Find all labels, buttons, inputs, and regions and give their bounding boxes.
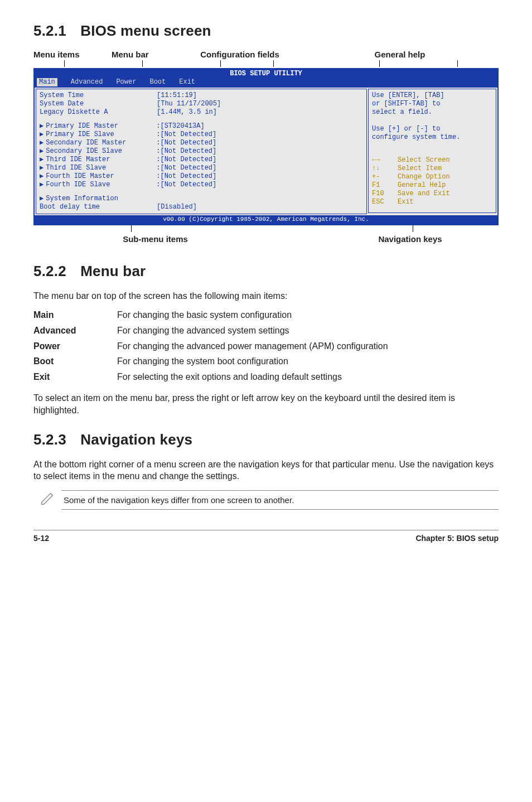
section-title: Navigation keys <box>80 431 192 448</box>
bios-help-line: configure system time. <box>372 133 492 142</box>
submenu-arrow-icon: ▶ <box>40 139 43 147</box>
item-desc: For selecting the exit options and loadi… <box>117 369 388 385</box>
submenu-arrow-icon: ▶ <box>40 164 43 172</box>
submenu-arrow-icon: ▶ <box>40 156 43 164</box>
menubar-after: To select an item on the menu bar, press… <box>33 392 499 416</box>
item-desc: For changing the advanced power manageme… <box>117 339 388 354</box>
item-name: Advanced <box>33 323 117 339</box>
nav-key: F10 <box>372 190 398 198</box>
item-name: Power <box>33 339 117 354</box>
annot-tick-row-top <box>33 60 499 68</box>
bios-tab-advanced[interactable]: Advanced <box>71 78 103 86</box>
bios-footer: v00.00 (C)Copyright 1985-2002, American … <box>35 215 497 224</box>
annot-config-fields: Configuration fields <box>178 50 301 59</box>
pencil-icon <box>33 490 61 509</box>
bios-tab-boot[interactable]: Boot <box>149 78 166 86</box>
bios-ide-row[interactable]: ▶Fourth IDE Master:[Not Detected] <box>40 172 363 181</box>
bios-help-box: Use [ENTER], [TAB]or [SHIFT-TAB] toselec… <box>368 89 496 213</box>
bios-tab-main[interactable]: Main <box>37 78 57 86</box>
table-row: AdvancedFor changing the advanced system… <box>33 323 388 339</box>
section-title: Menu bar <box>80 263 146 279</box>
navkeys-body: At the bottom right corner of a menu scr… <box>33 458 499 482</box>
bios-help-line: or [SHIFT-TAB] to <box>372 100 492 108</box>
bios-nav-row: F1General Help <box>372 181 492 190</box>
bios-row-sysinfo[interactable]: ▶System Information <box>40 195 363 203</box>
bios-title-bar: BIOS SETUP UTILITY <box>35 69 497 78</box>
section-number: 5.2.2 <box>33 263 66 279</box>
nav-desc: Select Screen <box>398 156 450 165</box>
bios-ide-row[interactable]: ▶Primary IDE Master:[ST320413A] <box>40 122 363 131</box>
bios-help-line <box>372 117 492 125</box>
bios-tab-exit[interactable]: Exit <box>179 78 195 86</box>
annot-nav-keys: Navigation keys <box>244 234 499 244</box>
bios-bottom-annotations: Sub-menu items Navigation keys <box>33 234 499 244</box>
table-row: ExitFor selecting the exit options and l… <box>33 369 388 385</box>
bios-nav-row: ESCExit <box>372 198 492 206</box>
nav-desc: Select Item <box>398 165 442 173</box>
bios-help-line: Use [ENTER], [TAB] <box>372 91 492 100</box>
bios-nav-row: ←→Select Screen <box>372 156 492 165</box>
bios-ide-row[interactable]: ▶Fourth IDE Slave:[Not Detected] <box>40 181 363 189</box>
bios-ide-row[interactable]: ▶Third IDE Slave:[Not Detected] <box>40 164 363 172</box>
annot-submenu-items: Sub-menu items <box>33 234 244 244</box>
nav-desc: Change Option <box>398 173 450 181</box>
table-row: BootFor changing the system boot configu… <box>33 354 388 369</box>
nav-desc: General Help <box>398 181 446 190</box>
submenu-arrow-icon: ▶ <box>40 181 43 189</box>
submenu-arrow-icon: ▶ <box>40 122 43 131</box>
item-desc: For changing the system boot configurati… <box>117 354 388 369</box>
heading-522: 5.2.2 Menu bar <box>33 263 499 280</box>
menubar-intro: The menu bar on top of the screen has th… <box>33 290 499 302</box>
bios-right-pane: Use [ENTER], [TAB]or [SHIFT-TAB] toselec… <box>368 89 496 214</box>
submenu-arrow-icon: ▶ <box>40 195 43 203</box>
page-number: 5-12 <box>33 534 49 543</box>
nav-key: ←→ <box>372 156 398 165</box>
nav-desc: Save and Exit <box>398 190 450 198</box>
bios-ide-row[interactable]: ▶Third IDE Master:[Not Detected] <box>40 156 363 164</box>
bios-ide-row[interactable]: ▶Secondary IDE Master:[Not Detected] <box>40 139 363 147</box>
section-number: 5.2.1 <box>33 22 66 39</box>
item-desc: For changing the advanced system setting… <box>117 323 388 339</box>
bios-row-systime[interactable]: System Time[11:51:19] <box>40 91 363 100</box>
bios-help-line: Use [+] or [-] to <box>372 125 492 133</box>
nav-key: ↑↓ <box>372 165 398 173</box>
bios-tab-power[interactable]: Power <box>116 78 136 86</box>
bios-menu-bar: Main Advanced Power Boot Exit <box>35 78 497 88</box>
bios-row-sysdate[interactable]: System Date[Thu 11/17/2005] <box>40 100 363 108</box>
bios-row-bootdelay[interactable]: Boot delay time[Disabled] <box>40 203 363 211</box>
item-desc: For changing the basic system configurat… <box>117 307 388 323</box>
annot-tick-row-bottom <box>33 225 499 233</box>
submenu-arrow-icon: ▶ <box>40 172 43 181</box>
submenu-arrow-icon: ▶ <box>40 131 43 139</box>
annot-menu-bar: Menu bar <box>112 50 178 59</box>
bios-screenshot: BIOS SETUP UTILITY Main Advanced Power B… <box>33 68 499 225</box>
bios-ide-row[interactable]: ▶Primary IDE Slave:[Not Detected] <box>40 131 363 139</box>
note-text: Some of the navigation keys differ from … <box>61 490 499 510</box>
submenu-arrow-icon: ▶ <box>40 147 43 156</box>
annot-general-help: General help <box>301 50 499 59</box>
bios-nav-row: ↑↓Select Item <box>372 165 492 173</box>
bios-body: System Time[11:51:19] System Date[Thu 11… <box>35 88 497 215</box>
nav-desc: Exit <box>398 198 414 206</box>
item-name: Main <box>33 307 117 323</box>
note-box: Some of the navigation keys differ from … <box>33 490 499 510</box>
bios-ide-row[interactable]: ▶Secondary IDE Slave:[Not Detected] <box>40 147 363 156</box>
nav-key: ESC <box>372 198 398 206</box>
page-footer: 5-12 Chapter 5: BIOS setup <box>33 530 499 543</box>
chapter-label: Chapter 5: BIOS setup <box>415 534 499 543</box>
section-number: 5.2.3 <box>33 431 66 448</box>
bios-help-line: select a field. <box>372 108 492 117</box>
heading-521: 5.2.1 BIOS menu screen <box>33 22 499 40</box>
nav-key: F1 <box>372 181 398 190</box>
table-row: PowerFor changing the advanced power man… <box>33 339 388 354</box>
item-name: Exit <box>33 369 117 385</box>
table-row: MainFor changing the basic system config… <box>33 307 388 323</box>
bios-nav-row: F10Save and Exit <box>372 190 492 198</box>
bios-left-pane: System Time[11:51:19] System Date[Thu 11… <box>36 89 367 214</box>
nav-key: +- <box>372 173 398 181</box>
bios-row-diskette[interactable]: Legacy Diskette A[1.44M, 3.5 in] <box>40 108 363 117</box>
bios-top-annotations: Menu items Menu bar Configuration fields… <box>33 50 499 59</box>
item-name: Boot <box>33 354 117 369</box>
bios-nav-row: +-Change Option <box>372 173 492 181</box>
menubar-items-table: MainFor changing the basic system config… <box>33 307 388 384</box>
